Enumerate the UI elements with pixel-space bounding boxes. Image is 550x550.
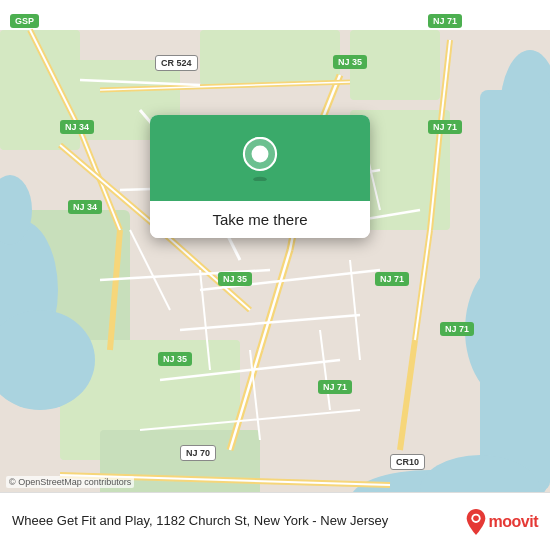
- highway-badge-nj35-top: NJ 35: [333, 55, 367, 69]
- highway-badge-nj71-bottom: NJ 71: [318, 380, 352, 394]
- moovit-logo: moovit: [465, 509, 538, 535]
- highway-badge-nj71-lower: NJ 71: [375, 272, 409, 286]
- moovit-brand-text: moovit: [489, 513, 538, 531]
- highway-badge-gsp: GSP: [10, 14, 39, 28]
- map-popup: Take me there: [150, 115, 370, 238]
- map-background: [0, 0, 550, 550]
- highway-badge-nj35-mid: NJ 35: [218, 272, 252, 286]
- highway-badge-nj35-low: NJ 35: [158, 352, 192, 366]
- highway-badge-nj70: NJ 70: [180, 445, 216, 461]
- location-address: Wheee Get Fit and Play, 1182 Church St, …: [12, 512, 465, 530]
- highway-badge-nj71-coast: NJ 71: [440, 322, 474, 336]
- highway-badge-cr524: CR 524: [155, 55, 198, 71]
- take-me-there-button[interactable]: Take me there: [150, 201, 370, 238]
- highway-badge-nj34-1: NJ 34: [60, 120, 94, 134]
- bottom-bar: Wheee Get Fit and Play, 1182 Church St, …: [0, 492, 550, 550]
- location-pin-icon: [238, 137, 282, 181]
- highway-badge-nj34-2: NJ 34: [68, 200, 102, 214]
- svg-point-71: [473, 515, 479, 521]
- map-container: GSP NJ 71 CR 524 NJ 35 NJ 34 NJ 71 NJ 34…: [0, 0, 550, 550]
- popup-green-area: [150, 115, 370, 201]
- svg-rect-16: [480, 90, 550, 490]
- highway-badge-nj71-mid: NJ 71: [428, 120, 462, 134]
- svg-rect-4: [200, 30, 340, 85]
- highway-badge-cr10: CR10: [390, 454, 425, 470]
- map-attribution: © OpenStreetMap contributors: [6, 476, 134, 488]
- highway-badge-nj71-top: NJ 71: [428, 14, 462, 28]
- moovit-pin-icon: [465, 509, 487, 535]
- svg-point-69: [253, 177, 267, 181]
